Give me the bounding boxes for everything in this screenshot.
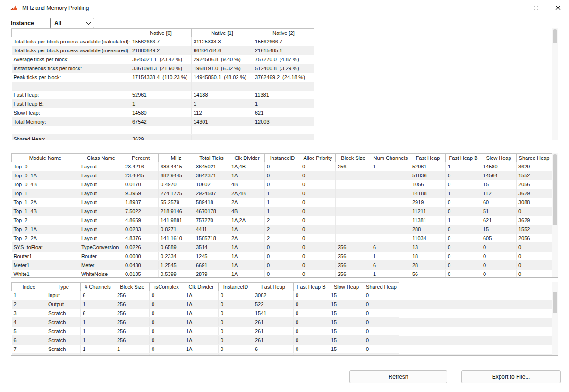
table-cell[interactable]: Top_0_1A <box>12 171 79 180</box>
table-cell[interactable]: 0 <box>446 198 481 207</box>
table-cell[interactable]: Shared Heap: <box>12 135 130 141</box>
table-cell[interactable]: 0 <box>219 345 253 354</box>
table-cell[interactable]: 1A <box>184 354 219 356</box>
table-cell[interactable] <box>192 82 253 91</box>
table-cell[interactable]: 621 <box>481 216 517 225</box>
table-cell[interactable]: 682.9445 <box>159 171 194 180</box>
table-cell[interactable]: 14580 <box>130 108 192 117</box>
table-cell[interactable]: 4670178 <box>194 207 229 216</box>
table-cell[interactable]: 0 <box>265 180 300 189</box>
table-cell[interactable]: 15 <box>481 225 517 234</box>
table-cell[interactable]: 5 <box>12 327 46 336</box>
column-header[interactable]: Alloc Priority <box>300 154 336 162</box>
table-cell[interactable]: 8 <box>12 354 46 356</box>
column-header[interactable]: Shared Heap <box>364 283 399 291</box>
table-cell[interactable]: 0 <box>517 252 552 261</box>
table-cell[interactable] <box>371 234 410 243</box>
table-cell[interactable]: Router1 <box>12 252 79 261</box>
table-cell[interactable]: 0 <box>294 327 329 336</box>
table-cell[interactable]: 52961 <box>410 162 446 171</box>
column-header[interactable]: isComplex <box>150 283 184 291</box>
table-cell[interactable]: Fast Heap: <box>12 91 130 100</box>
table-cell[interactable]: 0 <box>294 291 329 300</box>
table-cell[interactable]: 261 <box>253 336 294 345</box>
table-cell[interactable]: 256 <box>115 327 150 336</box>
table-cell[interactable]: Input <box>46 291 81 300</box>
table-cell[interactable]: Meter <box>79 261 123 270</box>
table-cell[interactable]: 28 <box>410 261 446 270</box>
table-cell[interactable]: 1 <box>81 327 115 336</box>
table-cell[interactable]: 0 <box>364 345 399 354</box>
table-row[interactable]: Top_2Layout4.8659141.98817572701A,2A2011… <box>12 216 558 225</box>
table-cell[interactable]: 1 <box>446 162 481 171</box>
table-cell[interactable]: 0 <box>446 225 481 234</box>
table-cell[interactable]: Layout <box>79 216 123 225</box>
column-header[interactable]: Slow Heap <box>329 283 364 291</box>
table-cell[interactable]: 56 <box>410 270 446 278</box>
table-cell[interactable]: Layout <box>79 207 123 216</box>
table-cell[interactable]: 1A <box>184 300 219 309</box>
table-cell[interactable]: 23.4216 <box>123 162 159 171</box>
table-cell[interactable]: 0 <box>517 207 552 216</box>
table-cell[interactable]: 0.2334 <box>159 252 194 261</box>
table-cell[interactable] <box>371 207 410 216</box>
table-cell[interactable]: Layout <box>79 225 123 234</box>
table-cell[interactable]: 0 <box>517 261 552 270</box>
table-cell[interactable]: 0 <box>364 309 399 318</box>
table-cell[interactable]: Scratch <box>46 327 81 336</box>
table-cell[interactable]: 1968191.0 (6.32 %) <box>192 64 253 73</box>
table-cell[interactable]: 15 <box>329 309 364 318</box>
table-cell[interactable]: 112 <box>192 108 253 117</box>
table-cell[interactable]: 6 <box>253 345 294 354</box>
table-cell[interactable]: 4.8376 <box>123 234 159 243</box>
table-cell[interactable]: 0 <box>294 354 329 356</box>
table-cell[interactable]: 15 <box>329 300 364 309</box>
table-cell[interactable]: 256 <box>336 261 371 270</box>
table-cell[interactable]: Output <box>46 300 81 309</box>
maximize-button[interactable] <box>525 0 547 16</box>
table-cell[interactable]: 1A <box>229 171 265 180</box>
instance-dropdown[interactable]: All <box>50 18 94 28</box>
table-cell[interactable]: 0 <box>446 243 481 252</box>
table-cell[interactable]: Instantaneous ticks per block: <box>12 64 130 73</box>
table-row[interactable]: Top_1Layout9.3959274.172529245072A,4B101… <box>12 189 558 198</box>
table-cell[interactable]: Layout <box>79 189 123 198</box>
table-cell[interactable]: 0 <box>446 207 481 216</box>
table-cell[interactable]: 3 <box>12 309 46 318</box>
table-cell[interactable]: 18 <box>410 252 446 261</box>
table-cell[interactable] <box>336 234 371 243</box>
table-cell[interactable]: 4.8659 <box>123 216 159 225</box>
table-cell[interactable] <box>371 225 410 234</box>
column-header[interactable]: Slow Heap <box>481 154 517 162</box>
column-header[interactable]: # Channels <box>81 283 115 291</box>
table-cell[interactable]: 0 <box>517 270 552 278</box>
table-cell[interactable]: 256 <box>115 318 150 327</box>
table-cell[interactable]: 23.4045 <box>123 171 159 180</box>
table-cell[interactable]: 11211 <box>410 207 446 216</box>
table-row[interactable]: White1WhiteNoise0.01850.539928791A002561… <box>12 270 558 278</box>
column-header[interactable]: Native [1] <box>192 29 253 37</box>
table-cell[interactable]: 0 <box>265 252 300 261</box>
table-cell[interactable]: Slow Heap: <box>12 108 130 117</box>
table-cell[interactable]: 55.2579 <box>159 198 194 207</box>
column-header[interactable]: Module Name <box>12 154 79 162</box>
scrollbar-thumb[interactable] <box>553 29 557 43</box>
table-cell[interactable]: 0 <box>150 318 184 327</box>
table-cell[interactable] <box>192 126 253 135</box>
table-cell[interactable]: 1A <box>184 318 219 327</box>
table-cell[interactable]: 0 <box>300 216 336 225</box>
table-cell[interactable]: 1 <box>81 354 115 356</box>
table-cell[interactable]: Layout <box>79 198 123 207</box>
table-cell[interactable]: 6 <box>371 261 410 270</box>
table-cell[interactable]: 1 <box>81 318 115 327</box>
table-cell[interactable]: 2A <box>229 234 265 243</box>
table-cell[interactable]: 9.3959 <box>123 189 159 198</box>
table-row[interactable]: 2Output125601A05220150 <box>12 300 558 309</box>
table-cell[interactable]: 14301 <box>192 117 253 126</box>
table-cell[interactable]: Scratch <box>46 309 81 318</box>
table-cell[interactable] <box>130 82 192 91</box>
table-cell[interactable]: Meter1 <box>12 261 79 270</box>
table-cell[interactable] <box>336 171 371 180</box>
table-cell[interactable]: Top_2 <box>12 216 79 225</box>
column-header[interactable]: Class Name <box>79 154 123 162</box>
